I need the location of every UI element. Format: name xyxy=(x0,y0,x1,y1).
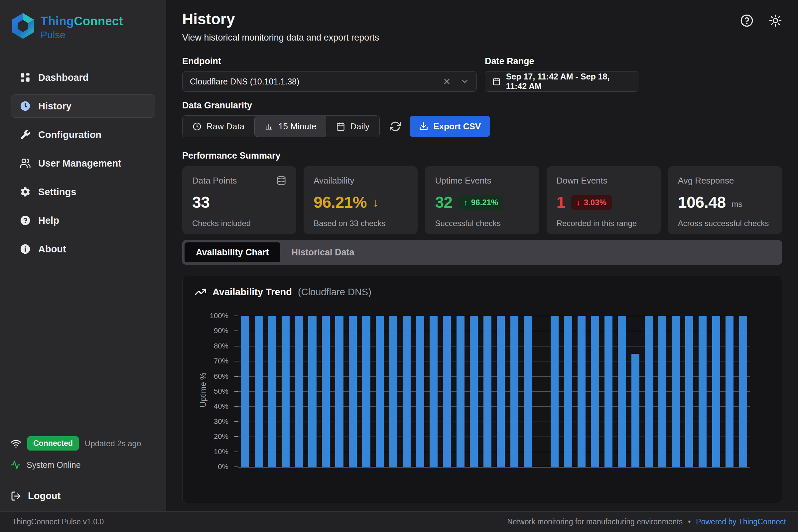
chart-bar xyxy=(430,316,438,467)
chart-bar xyxy=(389,316,397,467)
y-tick-mark xyxy=(234,406,239,407)
refresh-button[interactable] xyxy=(390,121,401,132)
card-data-points: Data Points 33 Checks included xyxy=(182,166,296,234)
chart-bar xyxy=(268,316,276,467)
calendar-icon xyxy=(336,122,345,131)
y-tick-label: 80% xyxy=(214,342,228,350)
y-tick-mark xyxy=(234,376,239,377)
wifi-icon xyxy=(11,438,21,449)
chart-bar xyxy=(658,316,666,467)
card-availability: Availability 96.21% ↓ Based on 33 checks xyxy=(304,166,418,234)
sidebar-item-label: About xyxy=(38,244,66,255)
footer-tagline: Network monitoring for manufacturing env… xyxy=(507,517,683,526)
chart-bar xyxy=(712,316,720,467)
arrow-down-icon: ↓ xyxy=(373,195,379,209)
y-tick-label: 10% xyxy=(214,448,228,456)
sidebar-item-configuration[interactable]: Configuration xyxy=(11,123,155,146)
chart-bar xyxy=(322,316,330,467)
main-content: History View historical monitoring data … xyxy=(166,0,798,511)
avg-response-value: 106.48 xyxy=(678,193,726,211)
brand-product: Pulse xyxy=(41,30,123,40)
clear-x-icon[interactable] xyxy=(442,77,451,86)
date-range-picker[interactable]: Sep 17, 11:42 AM - Sep 18, 11:42 AM xyxy=(485,71,639,92)
date-range-label: Date Range xyxy=(485,56,639,66)
chart-bar xyxy=(362,316,370,467)
tab-availability-chart[interactable]: Availability Chart xyxy=(185,242,280,262)
availability-chart-card: Availability Trend (Cloudflare DNS) Upti… xyxy=(182,276,782,503)
y-tick-label: 0% xyxy=(218,462,228,471)
granularity-option-raw-data[interactable]: Raw Data xyxy=(183,116,254,137)
sidebar-item-settings[interactable]: Settings xyxy=(11,180,155,204)
chart-bar xyxy=(457,316,464,467)
y-tick-label: 40% xyxy=(214,402,228,411)
sidebar-nav: Dashboard History Configuration User Man… xyxy=(11,66,155,261)
theme-toggle-button[interactable] xyxy=(769,14,782,27)
chart-bar xyxy=(685,316,693,467)
chart-bar xyxy=(282,316,290,467)
chart-bar xyxy=(295,316,303,467)
arrow-down-icon: ↓ xyxy=(576,198,581,207)
y-tick-label: 100% xyxy=(210,311,228,320)
sidebar-item-label: User Management xyxy=(38,158,121,169)
tab-historical-data[interactable]: Historical Data xyxy=(280,242,366,262)
powered-by-link[interactable]: Powered by ThingConnect xyxy=(696,517,786,526)
chart-bar xyxy=(672,316,680,467)
refresh-icon xyxy=(390,121,401,132)
chevron-down-icon[interactable] xyxy=(460,77,469,86)
gear-icon xyxy=(20,186,31,197)
chart-bar xyxy=(725,316,734,467)
sidebar-item-dashboard[interactable]: Dashboard xyxy=(11,66,155,89)
page-subtitle: View historical monitoring data and expo… xyxy=(182,33,379,43)
uptime-events-value: 32 xyxy=(435,193,452,211)
database-icon xyxy=(276,175,286,186)
y-tick-mark xyxy=(234,361,239,361)
chart-bar xyxy=(335,316,343,467)
y-tick-mark xyxy=(234,316,239,316)
chart-bar xyxy=(551,316,558,467)
dashboard-icon xyxy=(20,72,31,83)
export-csv-button[interactable]: Export CSV xyxy=(410,116,490,137)
chart-bar xyxy=(416,316,424,467)
availability-value: 96.21% xyxy=(314,193,367,211)
trending-up-icon xyxy=(194,286,207,298)
logout-button[interactable]: Logout xyxy=(11,491,155,501)
chart-bar xyxy=(510,316,518,467)
chart-bar xyxy=(255,316,263,467)
brand-hexagon-icon xyxy=(11,13,35,39)
system-online-text: System Online xyxy=(26,460,81,470)
granularity-option-15-minute[interactable]: 15 Minute xyxy=(254,116,326,137)
down-events-value: 1 xyxy=(557,193,565,211)
y-tick-mark xyxy=(234,436,239,437)
chart-y-labels: 0%10%20%30%40%50%60%70%80%90%100% xyxy=(194,316,234,467)
y-tick-label: 70% xyxy=(214,357,228,365)
y-tick-mark xyxy=(234,346,239,346)
endpoint-select[interactable]: Cloudflare DNS (10.101.1.38) xyxy=(182,71,477,92)
sidebar-item-help[interactable]: Help xyxy=(11,209,155,232)
chart-bar xyxy=(699,316,706,467)
chart-title: Availability Trend xyxy=(212,287,292,298)
card-avg-response: Avg Response 106.48 ms Across successful… xyxy=(668,166,782,234)
brand-name-part2: Connect xyxy=(74,14,123,28)
chart-bar xyxy=(605,316,612,467)
footer: ThingConnect Pulse v1.0.0 Network monito… xyxy=(0,511,798,532)
availability-trend-chart: Uptime % 0%10%20%30%40%50%60%70%80%90%10… xyxy=(194,314,770,487)
y-tick-label: 20% xyxy=(214,432,228,441)
sidebar-item-history[interactable]: History xyxy=(11,94,155,118)
sidebar-item-user-management[interactable]: User Management xyxy=(11,152,155,175)
sidebar-item-label: Configuration xyxy=(38,129,101,140)
help-button[interactable] xyxy=(740,14,754,27)
chart-bar xyxy=(591,316,599,467)
performance-summary-label: Performance Summary xyxy=(182,151,782,161)
sidebar-item-about[interactable]: About xyxy=(11,238,155,261)
chart-bar xyxy=(618,316,626,467)
column-chart-icon xyxy=(264,122,273,131)
granularity-option-daily[interactable]: Daily xyxy=(326,116,379,137)
y-tick-label: 60% xyxy=(214,372,228,381)
connection-status: Connected Updated 2s ago xyxy=(11,436,155,451)
chart-bar xyxy=(470,316,478,467)
sidebar-item-label: History xyxy=(38,101,72,112)
chart-bar xyxy=(403,316,411,467)
y-tick-label: 30% xyxy=(214,417,228,426)
down-trend-badge: ↓ 3.03% xyxy=(571,195,612,210)
brand-name-part1: Thing xyxy=(41,14,74,28)
